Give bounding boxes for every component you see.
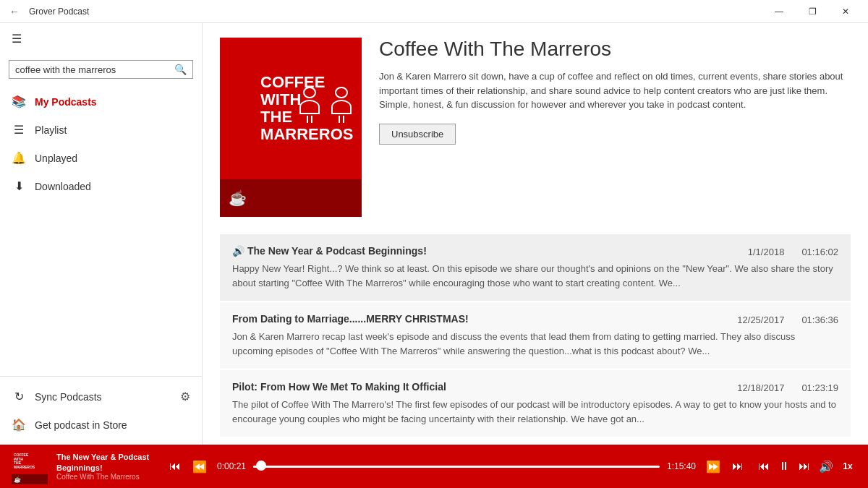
episode-description: Jon & Karen Marrero recap last week's ep… xyxy=(232,330,838,358)
my-podcasts-icon: 📚 xyxy=(12,95,26,108)
playlist-icon: ☰ xyxy=(12,123,26,137)
episode-duration: 01:36:36 xyxy=(801,314,838,325)
episode-date: 12/18/2017 xyxy=(737,382,784,393)
episode-date: 12/25/2017 xyxy=(737,314,784,325)
hamburger-menu-button[interactable]: ☰ xyxy=(0,23,202,54)
episode-title: 🔊 The New Year & Podcast Beginnings! xyxy=(232,245,736,257)
episode-date: 1/1/2018 xyxy=(748,247,785,257)
episode-header: 🔊 The New Year & Podcast Beginnings! 1/1… xyxy=(232,245,838,257)
maximize-icon: ❐ xyxy=(809,7,817,17)
sidebar-bottom: ↻ Sync Podcasts ⚙ 🏠 Get podcast in Store xyxy=(0,382,202,445)
sidebar-item-get-podcast-store[interactable]: 🏠 Get podcast in Store xyxy=(0,411,202,439)
np-cover-coffee-icon: ☕ xyxy=(14,476,21,483)
downloaded-icon: ⬇ xyxy=(12,179,26,193)
episode-meta: 12/18/2017 01:23:19 xyxy=(737,381,838,393)
progress-bar[interactable] xyxy=(253,459,660,474)
episode-title: From Dating to Marriage......MERRY CHRIS… xyxy=(232,313,726,325)
now-playing-title: The New Year & Podcast Beginnings! xyxy=(56,452,158,473)
person-icon-2 xyxy=(328,87,354,123)
episode-meta: 1/1/2018 01:16:02 xyxy=(748,245,838,257)
sidebar-item-my-podcasts-label: My Podcasts xyxy=(35,96,97,108)
window-controls: — ❐ ✕ xyxy=(762,0,862,23)
sidebar-item-unplayed[interactable]: 🔔 Unplayed xyxy=(0,144,202,172)
episode-title: Pilot: From How We Met To Making It Offi… xyxy=(232,381,726,393)
progress-track xyxy=(253,466,660,468)
app-title: Grover Podcast xyxy=(23,7,762,17)
podcast-cover-image: Coffee With The Marreros xyxy=(220,38,362,179)
sidebar-item-playlist[interactable]: ☰ Playlist xyxy=(0,116,202,144)
sidebar-item-get-podcast-store-label: Get podcast in Store xyxy=(35,419,127,431)
store-icon: 🏠 xyxy=(12,418,26,432)
playback-speed[interactable]: 1x xyxy=(839,461,856,471)
episode-duration: 01:23:19 xyxy=(801,382,838,393)
current-time: 0:00:21 xyxy=(216,461,247,471)
volume-button[interactable]: 🔊 xyxy=(816,457,836,476)
sidebar: ☰ 🔍 📚 My Podcasts ☰ Playlist 🔔 Unplayed … xyxy=(0,23,203,445)
pause-button[interactable]: ⏸ xyxy=(775,457,793,476)
previous-episode-button[interactable]: ⏮ xyxy=(755,457,773,476)
table-row[interactable]: From Dating to Marriage......MERRY CHRIS… xyxy=(220,302,851,369)
skip-to-start-button[interactable]: ⏮ xyxy=(166,457,184,476)
now-playing-controls: ⏮ ⏪ 0:00:21 1:15:40 ⏩ ⏭ xyxy=(166,457,746,476)
sync-icon: ↻ xyxy=(12,390,26,403)
next-episode-button[interactable]: ⏭ xyxy=(796,457,813,476)
episode-header: From Dating to Marriage......MERRY CHRIS… xyxy=(232,313,838,325)
sidebar-divider xyxy=(0,376,202,377)
sync-podcasts-button[interactable]: ↻ Sync Podcasts xyxy=(12,390,102,403)
back-icon: ← xyxy=(9,6,20,17)
progress-thumb[interactable] xyxy=(256,461,266,471)
episode-description: The pilot of Coffee With The Marrero's! … xyxy=(232,398,838,426)
close-icon: ✕ xyxy=(842,7,849,17)
sidebar-item-downloaded[interactable]: ⬇ Downloaded xyxy=(0,172,202,200)
sync-podcasts-label: Sync Podcasts xyxy=(35,391,102,403)
now-playing-bar: COFFEEWITHTHEMARREROS ☕ The New Year & P… xyxy=(0,445,868,488)
podcast-cover-bottom: ☕ xyxy=(220,179,362,217)
person-icon-1 xyxy=(297,87,323,123)
fast-forward-button[interactable]: ⏩ xyxy=(703,457,723,476)
main-content: Coffee With The Marreros xyxy=(203,23,868,445)
sidebar-item-playlist-label: Playlist xyxy=(35,124,67,136)
sidebar-navigation: 📚 My Podcasts ☰ Playlist 🔔 Unplayed ⬇ Do… xyxy=(0,87,202,370)
podcast-title: Coffee With The Marreros xyxy=(379,38,851,61)
sync-row: ↻ Sync Podcasts ⚙ xyxy=(0,382,202,411)
close-button[interactable]: ✕ xyxy=(829,0,862,23)
sidebar-item-my-podcasts[interactable]: 📚 My Podcasts xyxy=(0,87,202,116)
podcast-cover-icons xyxy=(297,87,354,123)
sidebar-item-unplayed-label: Unplayed xyxy=(35,153,77,164)
now-playing-info: The New Year & Podcast Beginnings! Coffe… xyxy=(56,452,158,481)
coffee-icon: ☕ xyxy=(229,189,247,207)
search-box[interactable]: 🔍 xyxy=(9,60,193,79)
minimize-button[interactable]: — xyxy=(762,0,796,23)
gear-icon[interactable]: ⚙ xyxy=(180,390,190,403)
episode-description: Happy New Year! Right...? We think so at… xyxy=(232,262,838,290)
table-row[interactable]: 🔊 The New Year & Podcast Beginnings! 1/1… xyxy=(220,234,851,301)
search-input[interactable] xyxy=(15,64,174,75)
now-playing-right-controls: ⏮ ⏸ ⏭ 🔊 1x xyxy=(755,457,856,476)
sidebar-item-downloaded-label: Downloaded xyxy=(35,181,91,192)
podcast-info: Coffee With The Marreros Jon & Karen Mar… xyxy=(379,38,851,217)
minimize-icon: — xyxy=(775,7,783,17)
episode-meta: 12/25/2017 01:36:36 xyxy=(737,313,838,325)
now-playing-cover: COFFEEWITHTHEMARREROS ☕ xyxy=(12,448,48,484)
episode-list: 🔊 The New Year & Podcast Beginnings! 1/1… xyxy=(220,234,851,437)
podcast-description: Jon & Karen Marrero sit down, have a cup… xyxy=(379,69,851,112)
back-button[interactable]: ← xyxy=(6,3,23,20)
skip-to-end-button[interactable]: ⏭ xyxy=(729,457,746,476)
podcast-cover: Coffee With The Marreros xyxy=(220,38,362,217)
rewind-button[interactable]: ⏪ xyxy=(190,457,210,476)
episode-duration: 01:16:02 xyxy=(801,247,838,257)
table-row[interactable]: Pilot: From How We Met To Making It Offi… xyxy=(220,370,851,437)
now-playing-show: Coffee With The Marreros xyxy=(56,473,158,481)
end-time: 1:15:40 xyxy=(665,461,697,471)
episode-header: Pilot: From How We Met To Making It Offi… xyxy=(232,381,838,393)
unplayed-icon: 🔔 xyxy=(12,151,26,165)
titlebar: ← Grover Podcast — ❐ ✕ xyxy=(0,0,868,23)
np-cover-text: COFFEEWITHTHEMARREROS xyxy=(14,453,35,469)
maximize-button[interactable]: ❐ xyxy=(796,0,829,23)
hamburger-icon: ☰ xyxy=(12,33,22,45)
unsubscribe-button[interactable]: Unsubscribe xyxy=(379,124,456,145)
podcast-header: Coffee With The Marreros xyxy=(220,38,851,217)
search-icon: 🔍 xyxy=(174,64,187,75)
